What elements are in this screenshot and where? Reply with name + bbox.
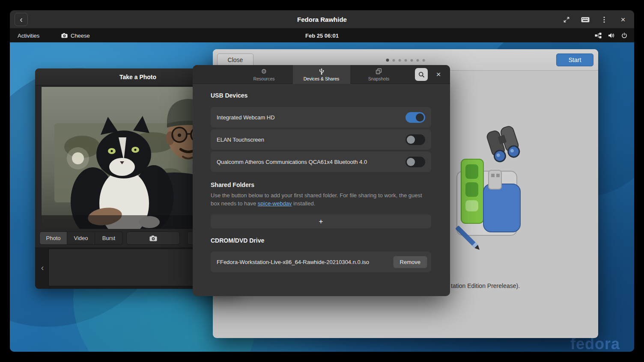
cheese-title: Take a Photo <box>119 74 156 80</box>
page-dot <box>417 59 419 62</box>
camera-app-icon <box>61 33 68 38</box>
tab-devices-shares-label: Devices & Shares <box>304 76 339 81</box>
page-dot <box>411 59 413 62</box>
plus-icon: + <box>319 217 323 226</box>
tab-burst[interactable]: Burst <box>95 231 123 245</box>
tab-video-label: Video <box>74 235 88 241</box>
activities-button[interactable]: Activities <box>18 29 39 42</box>
toggle-switch[interactable] <box>405 134 425 145</box>
usb-device-name: Qualcomm Atheros Communications QCA61x4 … <box>217 159 367 165</box>
tab-snapshots[interactable]: Snapshots <box>350 65 408 84</box>
shared-folders-description: Use the button below to add your first s… <box>211 192 425 208</box>
usb-device-name: ELAN Touchscreen <box>217 136 264 143</box>
close-window-icon[interactable]: × <box>619 15 627 24</box>
remove-iso-button[interactable]: Remove <box>393 256 427 268</box>
tab-burst-label: Burst <box>102 235 115 241</box>
cdrom-file-name: FFedora-Workstation-Live-x86_64-Rawhide-… <box>217 259 369 265</box>
focused-app-indicator[interactable]: Cheese <box>61 29 90 42</box>
preferences-header: ⚙ Resources <box>193 65 450 84</box>
volume-icon <box>608 33 615 39</box>
desktop: fedora Close Start <box>10 42 634 352</box>
usb-icon <box>319 68 325 75</box>
usb-device-row: Qualcomm Atheros Communications QCA61x4 … <box>211 151 431 172</box>
vm-window: ‹ Fedora Rawhide <box>10 10 634 352</box>
fullscreen-icon[interactable] <box>562 15 571 24</box>
search-button[interactable] <box>415 68 428 81</box>
switch-knob <box>407 158 415 166</box>
clock-button[interactable]: Feb 25 06:01 <box>305 29 339 42</box>
keyboard-icon[interactable] <box>581 15 590 24</box>
usb-device-name: Integrated Webcam HD <box>217 114 275 121</box>
shared-desc-text: Use the button below to add your first s… <box>211 192 422 207</box>
wizard-start-button[interactable]: Start <box>556 53 593 66</box>
tab-snapshots-label: Snapshots <box>368 76 390 81</box>
power-icon <box>621 33 627 39</box>
network-icon <box>595 33 602 39</box>
system-status-area[interactable] <box>595 29 627 42</box>
tab-devices-shares[interactable]: Devices & Shares <box>293 65 350 84</box>
search-icon <box>418 71 425 78</box>
vm-titlebar: ‹ Fedora Rawhide <box>10 10 634 29</box>
camera-shutter-icon <box>149 235 157 241</box>
menu-kebab-icon[interactable] <box>600 15 608 24</box>
gnome-top-bar: Activities Cheese Feb 25 06:01 <box>10 29 634 42</box>
tab-resources-label: Resources <box>253 76 274 81</box>
preferences-tabs: ⚙ Resources <box>236 65 408 84</box>
os-caption: tation Edition Prerelease). <box>451 282 520 289</box>
cheese-mode-tabs: Photo Video Burst <box>39 231 123 245</box>
window-title: Fedora Rawhide <box>10 10 634 29</box>
page-dots <box>386 59 425 62</box>
toggle-switch[interactable] <box>405 112 425 123</box>
focused-app-name: Cheese <box>71 33 90 39</box>
page-dot <box>386 59 389 62</box>
usb-device-row: ELAN Touchscreen <box>211 129 431 150</box>
spice-webdav-link[interactable]: spice-webdav <box>258 200 292 207</box>
tab-photo[interactable]: Photo <box>39 231 67 245</box>
usb-devices-heading: USB Devices <box>211 92 247 99</box>
add-shared-folder-button[interactable]: + <box>211 214 431 228</box>
dialog-close-icon[interactable]: × <box>433 69 444 80</box>
tab-video[interactable]: Video <box>67 231 95 245</box>
gear-icon: ⚙ <box>261 68 267 75</box>
snapshots-icon <box>376 68 382 75</box>
page-dot <box>405 59 407 62</box>
switch-knob <box>416 113 424 122</box>
titlebar-actions: × <box>562 10 627 29</box>
tab-photo-label: Photo <box>46 235 61 241</box>
shared-folders-heading: Shared Folders <box>211 181 254 188</box>
tab-resources[interactable]: ⚙ Resources <box>236 65 293 84</box>
toggle-switch[interactable] <box>405 157 425 167</box>
switch-knob <box>407 136 415 144</box>
shared-desc-text: installed. <box>292 200 315 207</box>
cdrom-row: FFedora-Workstation-Live-x86_64-Rawhide-… <box>211 252 431 272</box>
wizard-close-button[interactable]: Close <box>217 53 253 66</box>
page-dot <box>423 59 425 62</box>
take-photo-button[interactable] <box>126 231 180 245</box>
usb-device-row: Integrated Webcam HD <box>211 107 431 128</box>
gallery-prev-button[interactable]: ‹ <box>36 247 49 288</box>
page-dot <box>393 59 395 62</box>
cdrom-heading: CDROM/DVD Drive <box>211 237 264 244</box>
preferences-dialog: ⚙ Resources <box>193 65 450 296</box>
page-dot <box>399 59 401 62</box>
boxes-setup-illustration <box>444 120 525 252</box>
